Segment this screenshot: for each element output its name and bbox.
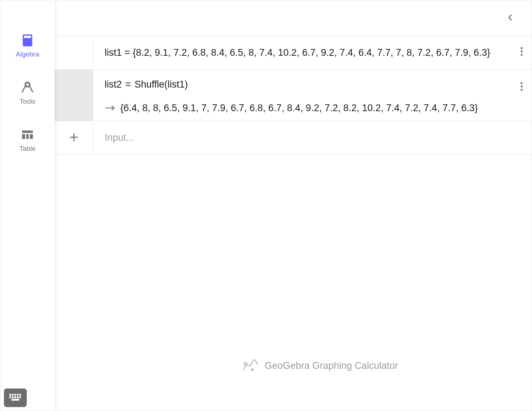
- svg-rect-16: [9, 396, 11, 398]
- expr-lhs: list2: [105, 79, 122, 90]
- svg-rect-14: [17, 394, 19, 396]
- calculator-icon: [20, 33, 35, 48]
- expr-rhs: Shuffle(list1): [135, 79, 188, 90]
- sidebar-item-label: Table: [19, 145, 35, 153]
- keyboard-icon: [8, 392, 23, 403]
- keyboard-toggle-button[interactable]: [4, 388, 27, 407]
- row-content[interactable]: list2=Shuffle(list1) {6.4, 8, 8, 6.5, 9.…: [93, 70, 532, 121]
- table-icon: [20, 127, 35, 143]
- input-cell[interactable]: [93, 121, 532, 154]
- sidebar-item-label: Tools: [20, 98, 35, 105]
- row-handle[interactable]: [55, 70, 93, 121]
- svg-rect-13: [14, 394, 16, 396]
- collapse-button[interactable]: [503, 11, 517, 25]
- footer-watermark: GeoGebra Graphing Calculator: [109, 357, 532, 375]
- topbar: [55, 0, 532, 36]
- row-handle[interactable]: [55, 36, 93, 69]
- graph-logo-icon: [242, 357, 258, 375]
- svg-point-7: [521, 89, 523, 91]
- input-row: [55, 121, 532, 155]
- plus-icon: [69, 132, 79, 144]
- output-arrow-icon: [105, 102, 115, 114]
- svg-point-6: [521, 85, 523, 88]
- svg-rect-12: [12, 394, 14, 396]
- add-row-button[interactable]: [55, 121, 93, 154]
- more-vert-icon: [520, 81, 523, 94]
- svg-rect-18: [14, 396, 16, 398]
- row-more-button[interactable]: [517, 80, 527, 95]
- svg-point-3: [521, 54, 523, 56]
- sidebar: Algebra Tools Table: [0, 0, 55, 411]
- equals-sign: =: [122, 79, 135, 90]
- svg-rect-21: [11, 399, 19, 401]
- sidebar-item-tools[interactable]: Tools: [0, 69, 55, 116]
- more-vert-icon: [520, 46, 523, 59]
- svg-point-2: [521, 50, 523, 53]
- expression-text: list1 = {8.2, 9.1, 7.2, 6.8, 8.4, 6.5, 8…: [105, 45, 521, 60]
- sidebar-item-label: Algebra: [16, 50, 39, 58]
- tools-icon: [20, 80, 35, 95]
- svg-rect-17: [12, 396, 14, 398]
- expression-text: list2=Shuffle(list1): [105, 77, 521, 92]
- footer-title: GeoGebra Graphing Calculator: [265, 360, 398, 371]
- chevron-left-icon: [506, 13, 515, 23]
- svg-rect-15: [19, 394, 21, 396]
- output-value: {6.4, 8, 8, 6.5, 9.1, 7, 7.9, 6.7, 6.8, …: [120, 103, 478, 114]
- sidebar-item-algebra[interactable]: Algebra: [0, 22, 55, 69]
- algebra-row[interactable]: list1 = {8.2, 9.1, 7.2, 6.8, 8.4, 6.5, 8…: [55, 36, 532, 70]
- row-content[interactable]: list1 = {8.2, 9.1, 7.2, 6.8, 8.4, 6.5, 8…: [93, 36, 532, 69]
- svg-point-5: [521, 82, 523, 84]
- svg-rect-19: [17, 396, 19, 398]
- svg-rect-11: [9, 394, 11, 396]
- svg-point-1: [521, 47, 523, 49]
- main-panel: list1 = {8.2, 9.1, 7.2, 6.8, 8.4, 6.5, 8…: [55, 0, 532, 411]
- svg-point-9: [251, 368, 254, 371]
- sidebar-item-table[interactable]: Table: [0, 116, 55, 163]
- row-more-button[interactable]: [517, 46, 527, 60]
- output-line: {6.4, 8, 8, 6.5, 9.1, 7, 7.9, 6.7, 6.8, …: [105, 102, 521, 114]
- algebra-input[interactable]: [105, 132, 521, 143]
- algebra-rows: list1 = {8.2, 9.1, 7.2, 6.8, 8.4, 6.5, 8…: [55, 36, 532, 155]
- svg-rect-20: [19, 396, 21, 398]
- svg-point-8: [244, 362, 247, 365]
- algebra-row[interactable]: list2=Shuffle(list1) {6.4, 8, 8, 6.5, 9.…: [55, 70, 532, 121]
